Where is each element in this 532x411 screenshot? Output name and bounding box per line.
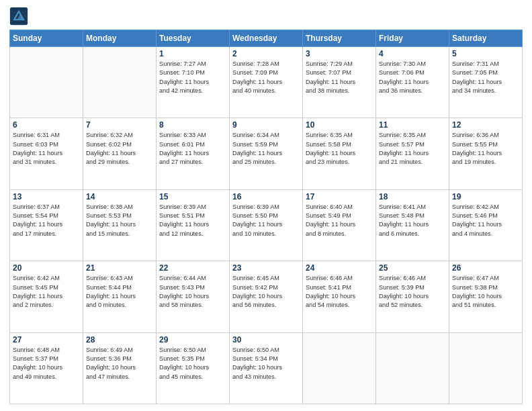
calendar-cell: 3Sunrise: 7:29 AM Sunset: 7:07 PM Daylig…: [303, 47, 376, 118]
calendar-cell: 10Sunrise: 6:35 AM Sunset: 5:58 PM Dayli…: [303, 118, 376, 189]
calendar-cell: 9Sunrise: 6:34 AM Sunset: 5:59 PM Daylig…: [230, 118, 303, 189]
calendar-cell: 14Sunrise: 6:38 AM Sunset: 5:53 PM Dayli…: [83, 189, 157, 261]
day-number: 17: [306, 192, 373, 201]
day-info: Sunrise: 6:37 AM Sunset: 5:54 PM Dayligh…: [13, 203, 80, 238]
day-number: 24: [306, 263, 373, 273]
day-number: 7: [86, 120, 153, 130]
day-info: Sunrise: 6:49 AM Sunset: 5:36 PM Dayligh…: [86, 346, 153, 381]
day-number: 4: [379, 49, 446, 58]
day-info: Sunrise: 7:31 AM Sunset: 7:05 PM Dayligh…: [452, 60, 519, 95]
day-info: Sunrise: 6:34 AM Sunset: 5:59 PM Dayligh…: [232, 131, 300, 167]
calendar-table: SundayMondayTuesdayWednesdayThursdayFrid…: [9, 30, 523, 404]
day-info: Sunrise: 6:35 AM Sunset: 5:58 PM Dayligh…: [306, 131, 373, 167]
calendar-cell: 28Sunrise: 6:49 AM Sunset: 5:36 PM Dayli…: [83, 332, 157, 404]
calendar-cell: 17Sunrise: 6:40 AM Sunset: 5:49 PM Dayli…: [303, 189, 376, 261]
calendar-week-row: 1Sunrise: 7:27 AM Sunset: 7:10 PM Daylig…: [10, 47, 523, 118]
calendar-week-row: 20Sunrise: 6:42 AM Sunset: 5:45 PM Dayli…: [10, 261, 523, 332]
day-number: 16: [232, 192, 300, 201]
calendar-cell: 16Sunrise: 6:39 AM Sunset: 5:50 PM Dayli…: [230, 189, 303, 261]
day-number: 27: [13, 335, 80, 345]
calendar-week-row: 13Sunrise: 6:37 AM Sunset: 5:54 PM Dayli…: [10, 189, 523, 261]
weekday-header-cell: Saturday: [449, 30, 523, 47]
page: SundayMondayTuesdayWednesdayThursdayFrid…: [0, 0, 532, 411]
calendar-cell: 6Sunrise: 6:31 AM Sunset: 6:03 PM Daylig…: [10, 118, 83, 189]
calendar-cell: [449, 332, 523, 404]
calendar-cell: [376, 332, 449, 404]
day-info: Sunrise: 6:42 AM Sunset: 5:46 PM Dayligh…: [452, 203, 519, 238]
calendar-cell: 25Sunrise: 6:46 AM Sunset: 5:39 PM Dayli…: [376, 261, 449, 332]
day-number: 22: [159, 263, 226, 273]
day-info: Sunrise: 6:43 AM Sunset: 5:44 PM Dayligh…: [86, 274, 153, 310]
calendar-cell: 29Sunrise: 6:50 AM Sunset: 5:35 PM Dayli…: [157, 332, 230, 404]
calendar-cell: 5Sunrise: 7:31 AM Sunset: 7:05 PM Daylig…: [449, 47, 523, 118]
day-number: 9: [232, 120, 300, 130]
day-number: 20: [13, 263, 80, 273]
day-number: 2: [232, 49, 300, 58]
weekday-header-row: SundayMondayTuesdayWednesdayThursdayFrid…: [10, 30, 523, 47]
day-info: Sunrise: 6:50 AM Sunset: 5:35 PM Dayligh…: [159, 346, 226, 381]
calendar-cell: 19Sunrise: 6:42 AM Sunset: 5:46 PM Dayli…: [449, 189, 523, 261]
logo-icon: [9, 7, 28, 26]
day-info: Sunrise: 6:32 AM Sunset: 6:02 PM Dayligh…: [86, 131, 153, 167]
day-number: 5: [452, 49, 519, 58]
day-number: 14: [86, 192, 153, 201]
calendar-cell: [83, 47, 157, 118]
calendar-cell: 11Sunrise: 6:35 AM Sunset: 5:57 PM Dayli…: [376, 118, 449, 189]
day-number: 21: [86, 263, 153, 273]
calendar-cell: 4Sunrise: 7:30 AM Sunset: 7:06 PM Daylig…: [376, 47, 449, 118]
calendar-cell: 24Sunrise: 6:46 AM Sunset: 5:41 PM Dayli…: [303, 261, 376, 332]
day-number: 3: [306, 49, 373, 58]
day-number: 6: [13, 120, 80, 130]
calendar-cell: 20Sunrise: 6:42 AM Sunset: 5:45 PM Dayli…: [10, 261, 83, 332]
calendar-week-row: 27Sunrise: 6:48 AM Sunset: 5:37 PM Dayli…: [10, 332, 523, 404]
day-info: Sunrise: 6:42 AM Sunset: 5:45 PM Dayligh…: [13, 274, 80, 310]
weekday-header-cell: Tuesday: [157, 30, 230, 47]
day-number: 11: [379, 120, 446, 130]
day-number: 25: [379, 263, 446, 273]
calendar-week-row: 6Sunrise: 6:31 AM Sunset: 6:03 PM Daylig…: [10, 118, 523, 189]
weekday-header-cell: Monday: [83, 30, 157, 47]
logo: [9, 7, 31, 26]
calendar-cell: [303, 332, 376, 404]
calendar-body: 1Sunrise: 7:27 AM Sunset: 7:10 PM Daylig…: [10, 47, 523, 404]
calendar-cell: 21Sunrise: 6:43 AM Sunset: 5:44 PM Dayli…: [83, 261, 157, 332]
calendar-cell: 12Sunrise: 6:36 AM Sunset: 5:55 PM Dayli…: [449, 118, 523, 189]
day-info: Sunrise: 6:36 AM Sunset: 5:55 PM Dayligh…: [452, 131, 519, 167]
calendar-cell: 22Sunrise: 6:44 AM Sunset: 5:43 PM Dayli…: [157, 261, 230, 332]
day-info: Sunrise: 6:41 AM Sunset: 5:48 PM Dayligh…: [379, 203, 446, 238]
calendar-cell: 27Sunrise: 6:48 AM Sunset: 5:37 PM Dayli…: [10, 332, 83, 404]
day-number: 13: [13, 192, 80, 201]
calendar-cell: 13Sunrise: 6:37 AM Sunset: 5:54 PM Dayli…: [10, 189, 83, 261]
day-number: 19: [452, 192, 519, 201]
calendar-cell: 8Sunrise: 6:33 AM Sunset: 6:01 PM Daylig…: [157, 118, 230, 189]
day-info: Sunrise: 7:29 AM Sunset: 7:07 PM Dayligh…: [306, 60, 373, 95]
weekday-header-cell: Friday: [376, 30, 449, 47]
day-number: 18: [379, 192, 446, 201]
day-number: 29: [159, 335, 226, 345]
calendar-cell: 1Sunrise: 7:27 AM Sunset: 7:10 PM Daylig…: [157, 47, 230, 118]
day-info: Sunrise: 6:46 AM Sunset: 5:39 PM Dayligh…: [379, 274, 446, 310]
calendar-cell: 15Sunrise: 6:39 AM Sunset: 5:51 PM Dayli…: [157, 189, 230, 261]
day-info: Sunrise: 6:48 AM Sunset: 5:37 PM Dayligh…: [13, 346, 80, 381]
day-info: Sunrise: 6:33 AM Sunset: 6:01 PM Dayligh…: [159, 131, 226, 167]
day-number: 26: [452, 263, 519, 273]
day-number: 15: [159, 192, 226, 201]
day-info: Sunrise: 7:28 AM Sunset: 7:09 PM Dayligh…: [232, 60, 300, 95]
day-info: Sunrise: 6:38 AM Sunset: 5:53 PM Dayligh…: [86, 203, 153, 238]
day-number: 10: [306, 120, 373, 130]
day-info: Sunrise: 6:40 AM Sunset: 5:49 PM Dayligh…: [306, 203, 373, 238]
calendar-cell: 30Sunrise: 6:50 AM Sunset: 5:34 PM Dayli…: [230, 332, 303, 404]
day-number: 30: [232, 335, 300, 345]
day-number: 1: [159, 49, 226, 58]
header: [9, 7, 523, 26]
day-info: Sunrise: 6:31 AM Sunset: 6:03 PM Dayligh…: [13, 131, 80, 167]
day-info: Sunrise: 6:39 AM Sunset: 5:50 PM Dayligh…: [232, 203, 300, 238]
day-info: Sunrise: 7:27 AM Sunset: 7:10 PM Dayligh…: [159, 60, 226, 95]
calendar-cell: 23Sunrise: 6:45 AM Sunset: 5:42 PM Dayli…: [230, 261, 303, 332]
calendar-cell: 7Sunrise: 6:32 AM Sunset: 6:02 PM Daylig…: [83, 118, 157, 189]
day-number: 8: [159, 120, 226, 130]
day-info: Sunrise: 6:46 AM Sunset: 5:41 PM Dayligh…: [306, 274, 373, 310]
weekday-header-cell: Thursday: [303, 30, 376, 47]
day-info: Sunrise: 6:35 AM Sunset: 5:57 PM Dayligh…: [379, 131, 446, 167]
calendar-cell: 2Sunrise: 7:28 AM Sunset: 7:09 PM Daylig…: [230, 47, 303, 118]
